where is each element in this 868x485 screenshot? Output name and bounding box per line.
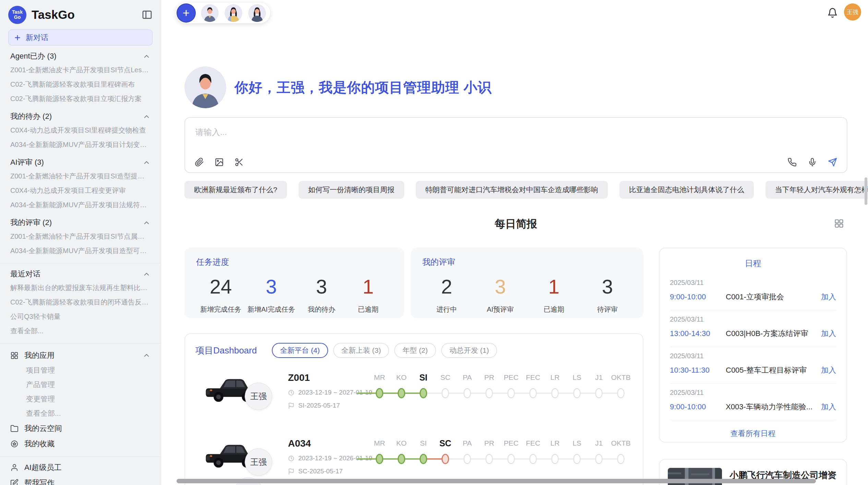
join-link[interactable]: 加入 [821,402,836,412]
sidebar-section-header[interactable]: 我的待办 (2) [0,110,161,123]
suggestion-chip[interactable]: 如何写一份清晰的项目周报 [299,181,404,199]
microphone-icon[interactable] [808,158,817,167]
chevron-up-icon [143,219,150,227]
my-apps-header[interactable]: 我的应用 [0,348,161,363]
sidebar-section-header[interactable]: Agent已办 (3) [0,50,161,63]
sidebar-item[interactable]: C0X4-动力总成开发项目SI里程碑提交物检查 [0,123,161,137]
app-item[interactable]: 产品管理 [0,377,161,392]
chat-input[interactable] [185,118,847,149]
suggestion-chip[interactable]: 欧洲新规最近颁布了什么? [184,181,287,199]
stat: 3我的待办 [301,275,342,314]
project-flag: SI-2025-05-17 [288,402,369,409]
project-name: A034 [288,438,369,449]
sidebar-item[interactable]: Z001-全新燃油皮卡产品开发项目SI节点Lesson Learn报告 [0,63,161,77]
milestone-dot [463,454,471,464]
filter-chip[interactable]: 动总开发 (1) [441,343,497,358]
sidebar-item[interactable]: Z001-全新燃油轻卡产品开发项目SI节点属性5D文件评审 [0,229,161,244]
sidebar-item[interactable]: C02-飞腾新能源轻客改款项目立项汇报方案 [0,91,161,106]
sidebar-collapse-icon[interactable] [142,9,153,20]
recent-chat-item[interactable]: 公司Q3轻卡销量 [0,309,161,324]
sidebar-link-我的云空间[interactable]: 我的云空间 [0,421,161,436]
schedule-item[interactable]: 2025/03/1110:30-11:30C005-整车工程目标评审加入 [670,347,836,384]
schedule-date: 2025/03/11 [670,389,836,397]
user-avatar[interactable]: 王强 [844,3,861,21]
milestone: OKTB [610,437,632,485]
new-chat-button[interactable]: 新对话 [8,29,153,46]
suggestion-chip[interactable]: 当下年轻人对汽车外观有怎样的喜好趋势 [765,181,868,199]
sidebar-section-header[interactable]: 我的评审 (2) [0,216,161,229]
join-link[interactable]: 加入 [821,328,836,339]
notification-bell-icon[interactable] [827,8,838,18]
stat: 3新增AI完成任务 [248,275,295,314]
milestone-dot [529,388,537,398]
logo-text-bottom: Go [14,15,21,20]
avatar[interactable] [201,4,219,22]
app-item[interactable]: 变更管理 [0,392,161,406]
sidebar-item[interactable]: A034-全新新能源MUV产品开发项目造型可行性评审 [0,244,161,258]
milestone-dot [398,388,405,398]
view-all-schedule-link[interactable]: 查看所有日程 [670,428,836,439]
app-title: TaskGo [32,8,136,22]
join-link[interactable]: 加入 [821,365,836,375]
milestone-label: LS [566,372,588,383]
phone-icon[interactable] [787,158,797,167]
project-row: 王强A0342023-12-19 ~ 2026-01-19SC-2025-05-… [195,437,632,485]
vertical-scrollbar[interactable] [865,177,867,205]
join-link[interactable]: 加入 [821,292,836,302]
grid-layout-icon[interactable] [834,219,844,228]
avatar[interactable] [248,4,266,22]
stat-label: 新增完成任务 [200,305,241,314]
attachment-icon[interactable] [195,158,204,167]
avatar[interactable] [225,4,242,22]
stat-label: 待评审 [587,305,628,314]
milestone: KO [390,372,412,424]
clock-icon [288,389,294,396]
schedule-date: 2025/03/11 [670,315,836,323]
scissors-icon[interactable] [234,158,244,167]
view-all-apps-link[interactable]: 查看全部... [0,406,161,421]
recent-chat-item[interactable]: 解释最新出台的欧盟报废车法规再生塑料比例被调至15%... [0,281,161,295]
sidebar-tool-AI超级员工[interactable]: AI超级员工 [0,460,161,475]
add-session-button[interactable] [177,4,195,22]
section-title: AI评审 (3) [10,157,44,167]
sidebar-item[interactable]: A034-全新新能源MUV产品开发项目计划变更类编写 [0,137,161,152]
stat: 24新增完成任务 [200,275,241,314]
project-row: 王强Z0012023-12-19 ~ 2027-01-19SI-2025-05-… [195,372,632,424]
sidebar-item[interactable]: Z001-全新燃油轻卡产品开发项目SI造型提交物评审 [0,169,161,183]
milestone: PR [478,372,500,424]
sidebar-item[interactable]: C02-飞腾新能源轻客改款项目里程碑画布 [0,77,161,91]
recent-chat-item[interactable]: C02-飞腾新能源轻客改款项目的闭环通告反馈情况 [0,295,161,309]
filter-chip[interactable]: 年型 (2) [394,343,436,358]
chat-composer [184,117,847,173]
sidebar-section-header[interactable]: AI评审 (3) [0,156,161,169]
stat-value: 3 [480,275,520,298]
suggestion-chip[interactable]: 特朗普可能对进口汽车增税会对中国车企造成哪些影响 [416,181,608,199]
sidebar-item[interactable]: A034-全新新能源MUV产品开发项目法规符合性评审 [0,198,161,212]
image-icon[interactable] [215,158,224,167]
milestone-label: PEC [500,437,522,449]
milestone: PA [456,372,478,424]
send-icon[interactable] [828,158,837,167]
milestone: MR [369,372,390,424]
milestone-dot [595,454,603,464]
schedule-name: C005-整车工程目标评审 [726,365,821,375]
divider [0,263,161,263]
sidebar-link-我的收藏[interactable]: 我的收藏 [0,436,161,451]
suggestion-chip[interactable]: 比亚迪全固态电池计划具体说了什么 [619,181,754,199]
filter-chip[interactable]: 全新上装 (3) [333,343,389,358]
schedule-item[interactable]: 2025/03/119:00-10:00X003-车辆动力学性能验...加入 [670,384,836,420]
recent-chats-header[interactable]: 最近对话 [0,268,161,281]
stat-value: 3 [248,275,295,298]
view-all-chats-link[interactable]: 查看全部... [0,324,161,338]
app-item[interactable]: 项目管理 [0,363,161,377]
schedule-item[interactable]: 2025/03/1113:00-14:30C003|H0B-方案冻结评审加入 [670,310,836,347]
sidebar-tool-帮我写作[interactable]: 帮我写作 [0,475,161,485]
horizontal-scrollbar[interactable] [177,479,816,483]
apps-grid-icon [10,351,19,360]
filter-chip[interactable]: 全新平台 (4) [272,343,328,358]
my-apps-section: 我的应用项目管理产品管理变更管理查看全部... [0,348,161,421]
sidebar-item[interactable]: C0X4-动力总成开发项目工程变更评审 [0,183,161,198]
milestone: SI [412,372,434,424]
schedule-item[interactable]: 2025/03/119:00-10:00C001-立项审批会加入 [670,274,836,310]
milestone: SI [412,437,434,485]
